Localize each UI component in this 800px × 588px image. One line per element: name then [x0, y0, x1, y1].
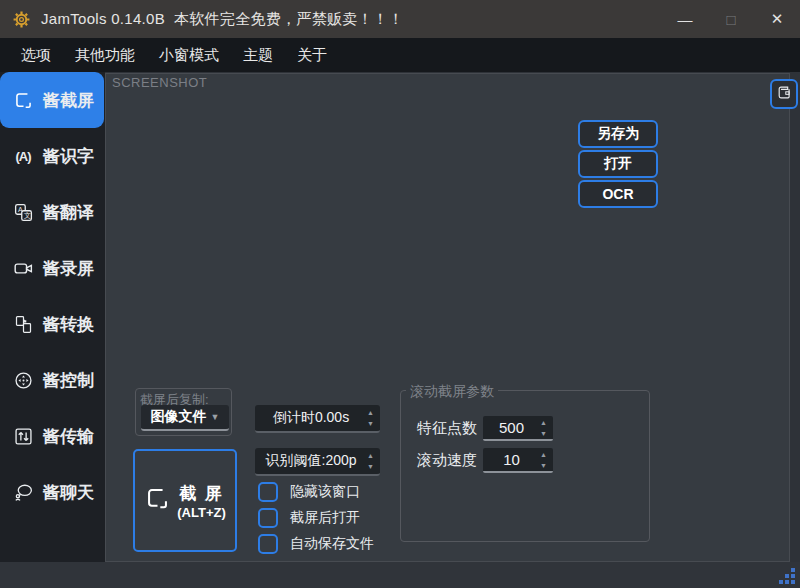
menubar: 选项 其他功能 小窗模式 主题 关于: [0, 38, 800, 72]
capture-button-shortcut: (ALT+Z): [177, 505, 226, 520]
spinner-arrows[interactable]: ▲ ▼: [367, 452, 380, 470]
sidebar-item-label: 酱聊天: [43, 481, 94, 504]
auto-save-option: 自动保存文件: [258, 533, 374, 555]
spin-up-icon[interactable]: ▲: [540, 419, 547, 426]
sidebar-item-label: 酱控制: [43, 369, 94, 392]
hide-window-label: 隐藏该窗口: [290, 483, 360, 501]
sidebar-item-convert[interactable]: 酱转换: [0, 296, 104, 352]
save-as-button[interactable]: 另存为: [578, 120, 658, 148]
sidebar-item-screenshot[interactable]: 酱截屏: [0, 72, 104, 128]
menu-theme[interactable]: 主题: [231, 38, 285, 72]
resize-grip[interactable]: [779, 568, 795, 584]
capture-button[interactable]: 截 屏 (ALT+Z): [133, 449, 237, 552]
sidebar-item-chat[interactable]: 酱聊天: [0, 464, 104, 520]
sidebar-item-ocr[interactable]: (A) 酱识字: [0, 128, 104, 184]
ocr-button[interactable]: OCR: [578, 180, 658, 208]
app-gear-icon: [12, 10, 31, 29]
sidebar-item-label: 酱翻译: [43, 201, 94, 224]
spinner-arrows[interactable]: ▲ ▼: [540, 451, 553, 469]
scroll-speed-label: 滚动速度: [417, 451, 477, 470]
control-icon: [12, 369, 34, 391]
scroll-speed-spinbox[interactable]: 10 ▲ ▼: [483, 448, 553, 473]
sidebar-item-record[interactable]: 酱录屏: [0, 240, 104, 296]
chat-icon: [12, 481, 34, 503]
screenshot-panel-title: SCREENSHOT: [112, 75, 207, 90]
status-strip: [0, 562, 800, 588]
sidebar-item-label: 酱转换: [43, 313, 94, 336]
auto-save-checkbox[interactable]: [258, 534, 278, 554]
svg-text:A: A: [18, 205, 23, 212]
feature-points-value: 500: [483, 419, 540, 436]
copy-format-dropdown[interactable]: 图像文件 ▼: [141, 405, 229, 431]
window-controls: — □ ✕: [662, 0, 800, 38]
countdown-spinbox[interactable]: 倒计时0.00s ▲ ▼: [255, 405, 380, 433]
spinner-arrows[interactable]: ▲ ▼: [540, 419, 553, 437]
menu-other-functions[interactable]: 其他功能: [63, 38, 147, 72]
close-button[interactable]: ✕: [754, 0, 800, 38]
feature-points-spinbox[interactable]: 500 ▲ ▼: [483, 416, 553, 441]
minimize-button[interactable]: —: [662, 0, 708, 38]
ocr-icon: (A): [12, 145, 34, 167]
spinner-arrows[interactable]: ▲ ▼: [367, 409, 380, 427]
open-label: 打开: [604, 155, 632, 173]
sidebar-item-transfer[interactable]: 酱传输: [0, 408, 104, 464]
gallery-button[interactable]: [770, 79, 798, 109]
spin-down-icon[interactable]: ▼: [540, 462, 547, 469]
sidebar-item-label: 酱录屏: [43, 257, 94, 280]
hide-window-checkbox[interactable]: [258, 482, 278, 502]
wallet-icon: [776, 84, 793, 105]
menu-about[interactable]: 关于: [285, 38, 339, 72]
spin-up-icon[interactable]: ▲: [367, 409, 374, 416]
feature-points-label: 特征点数: [417, 419, 477, 438]
crop-icon: [12, 89, 34, 111]
capture-button-label: 截 屏: [179, 482, 224, 505]
scroll-capture-params-title: 滚动截屏参数: [406, 383, 498, 401]
spin-up-icon[interactable]: ▲: [540, 451, 547, 458]
maximize-button[interactable]: □: [708, 0, 754, 38]
copy-format-value: 图像文件: [151, 408, 207, 426]
countdown-value: 倒计时0.00s: [255, 409, 367, 427]
sidebar-item-label: 酱截屏: [43, 89, 94, 112]
svg-text:文: 文: [23, 211, 30, 219]
menu-mini-window-mode[interactable]: 小窗模式: [147, 38, 231, 72]
open-after-capture-checkbox[interactable]: [258, 508, 278, 528]
translate-icon: A 文: [12, 201, 34, 223]
spin-down-icon[interactable]: ▼: [540, 430, 547, 437]
auto-save-label: 自动保存文件: [290, 535, 374, 553]
threshold-value: 识别阈值:200p: [255, 452, 367, 470]
crop-icon: [144, 485, 171, 516]
ocr-label: OCR: [602, 186, 633, 202]
sidebar-item-label: 酱识字: [43, 145, 94, 168]
open-button[interactable]: 打开: [578, 150, 658, 178]
menu-options[interactable]: 选项: [9, 38, 63, 72]
sidebar-item-translate[interactable]: A 文 酱翻译: [0, 184, 104, 240]
sidebar-item-control[interactable]: 酱控制: [0, 352, 104, 408]
sidebar-item-label: 酱传输: [43, 425, 94, 448]
spin-down-icon[interactable]: ▼: [367, 463, 374, 470]
hide-window-option: 隐藏该窗口: [258, 481, 360, 503]
window-title: JamTools 0.14.0B 本软件完全免费，严禁贩卖！！！: [41, 10, 403, 29]
spin-up-icon[interactable]: ▲: [367, 452, 374, 459]
open-after-capture-option: 截屏后打开: [258, 507, 360, 529]
camera-icon: [12, 257, 34, 279]
spin-down-icon[interactable]: ▼: [367, 420, 374, 427]
transfer-icon: [12, 425, 34, 447]
sidebar: 酱截屏 (A) 酱识字 A 文 酱翻译: [0, 72, 105, 562]
convert-icon: [12, 313, 34, 335]
open-after-capture-label: 截屏后打开: [290, 509, 360, 527]
recognition-threshold-spinbox[interactable]: 识别阈值:200p ▲ ▼: [255, 448, 380, 476]
chevron-down-icon: ▼: [211, 412, 220, 422]
scroll-speed-value: 10: [483, 451, 540, 468]
save-as-label: 另存为: [597, 125, 639, 143]
jamtools-window: JamTools 0.14.0B 本软件完全免费，严禁贩卖！！！ — □ ✕ 选…: [0, 0, 800, 588]
titlebar[interactable]: JamTools 0.14.0B 本软件完全免费，严禁贩卖！！！ — □ ✕: [0, 0, 800, 38]
